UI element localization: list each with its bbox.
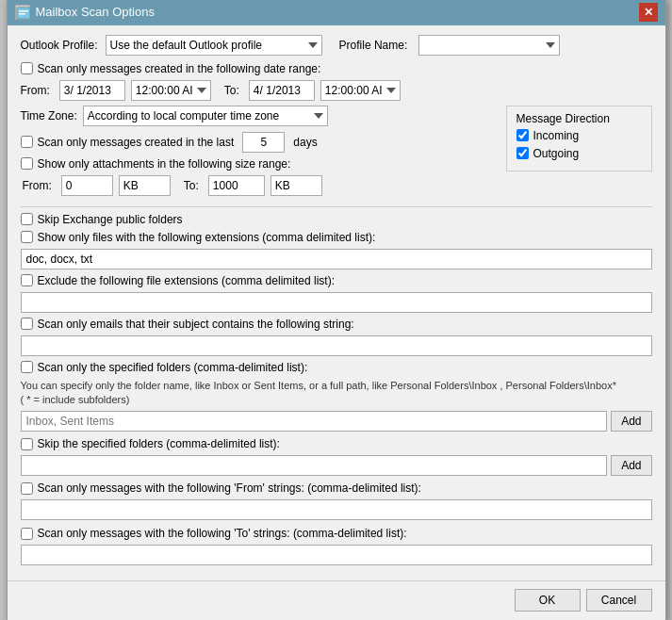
show-extensions-row: Show only files with the following exten… <box>21 231 652 244</box>
size-from-input[interactable] <box>61 175 113 196</box>
message-direction-title: Message Direction <box>516 112 642 125</box>
scan-from-section: Scan only messages with the following 'F… <box>21 481 652 525</box>
window-icon <box>15 5 30 20</box>
scan-last-label[interactable]: Scan only messages created in the last <box>38 136 235 149</box>
size-from-to-row: From: KB To: KB <box>23 175 497 196</box>
scan-from-row: Scan only messages with the following 'F… <box>21 481 652 495</box>
days-label: days <box>293 136 317 149</box>
scan-folders-input-row: Add <box>21 411 652 432</box>
scan-subject-row: Scan only emails that their subject cont… <box>21 318 652 331</box>
skip-exchange-label[interactable]: Skip Exchange public folders <box>38 213 183 226</box>
scan-from-input[interactable] <box>21 499 652 520</box>
to-date-label: To: <box>224 84 239 97</box>
incoming-label[interactable]: Incoming <box>533 129 580 142</box>
outgoing-label[interactable]: Outgoing <box>533 147 580 160</box>
scan-last-row: Scan only messages created in the last d… <box>21 132 497 153</box>
to-date-input[interactable]: 4/ 1/2013 <box>249 80 315 101</box>
scan-date-range-checkbox[interactable] <box>21 62 33 74</box>
timezone-row: Time Zone: According to local computer t… <box>21 106 497 126</box>
scan-from-label[interactable]: Scan only messages with the following 'F… <box>38 481 421 495</box>
scan-last-checkbox[interactable] <box>21 136 33 148</box>
size-to-input[interactable] <box>208 175 265 196</box>
scan-from-checkbox[interactable] <box>21 482 33 495</box>
show-attachments-label[interactable]: Show only attachments in the following s… <box>38 157 291 171</box>
svg-rect-2 <box>19 13 25 15</box>
skip-folders-input-row: Add <box>21 455 652 476</box>
skip-folders-input[interactable] <box>21 455 608 476</box>
show-extensions-checkbox[interactable] <box>21 231 33 243</box>
exclude-extensions-checkbox[interactable] <box>21 274 33 286</box>
scan-to-checkbox[interactable] <box>21 528 33 540</box>
left-column: Time Zone: According to local computer t… <box>21 106 497 201</box>
scan-folders-checkbox[interactable] <box>21 361 33 373</box>
scan-subject-input[interactable] <box>21 335 652 356</box>
show-extensions-input[interactable] <box>21 249 652 269</box>
incoming-checkbox[interactable] <box>516 129 529 141</box>
outgoing-checkbox[interactable] <box>516 147 529 159</box>
show-attachments-checkbox[interactable] <box>21 157 33 170</box>
scan-to-label[interactable]: Scan only messages with the following 'T… <box>38 527 407 540</box>
exclude-extensions-label[interactable]: Exclude the following file extensions (c… <box>38 274 335 287</box>
form-content: Outlook Profile: Use the default Outlook… <box>8 25 665 576</box>
skip-folders-checkbox[interactable] <box>21 438 33 450</box>
profile-name-label: Profile Name: <box>339 39 408 52</box>
outlook-profile-select[interactable]: Use the default Outlook profile <box>106 35 322 56</box>
main-window: Mailbox Scan Options ✕ Outlook Profile: … <box>7 0 666 620</box>
from-time-select[interactable]: 12:00:00 AI <box>131 80 211 101</box>
scan-to-input[interactable] <box>21 545 652 565</box>
size-to-label: To: <box>184 179 199 192</box>
skip-exchange-row: Skip Exchange public folders <box>21 213 652 226</box>
title-bar-left: Mailbox Scan Options <box>15 5 155 20</box>
close-button[interactable]: ✕ <box>639 3 658 22</box>
svg-rect-1 <box>19 10 28 12</box>
scan-to-row: Scan only messages with the following 'T… <box>21 527 652 540</box>
profile-name-select[interactable] <box>418 35 560 56</box>
bottom-bar: OK Cancel <box>8 580 665 620</box>
skip-exchange-checkbox[interactable] <box>21 213 33 225</box>
window-title: Mailbox Scan Options <box>36 5 155 19</box>
timezone-select[interactable]: According to local computer time zone <box>83 106 328 126</box>
scan-date-range-row: Scan only messages created in the follow… <box>21 62 652 75</box>
middle-section: Time Zone: According to local computer t… <box>21 106 652 201</box>
scan-folders-add-button[interactable]: Add <box>611 411 651 432</box>
scan-last-days-input[interactable] <box>242 132 285 153</box>
scan-folders-row: Scan only the specified folders (comma-d… <box>21 361 652 374</box>
skip-folders-row: Skip the specified folders (comma-delimi… <box>21 437 652 450</box>
from-date-input[interactable]: 3/ 1/2013 <box>59 80 125 101</box>
exclude-extensions-input[interactable] <box>21 292 652 313</box>
ok-button[interactable]: OK <box>515 589 581 612</box>
scan-subject-label[interactable]: Scan only emails that their subject cont… <box>38 318 354 331</box>
message-direction-box: Message Direction Incoming Outgoing <box>506 106 652 171</box>
message-direction-section: Message Direction Incoming Outgoing <box>506 106 652 171</box>
skip-folders-add-button[interactable]: Add <box>611 455 651 476</box>
show-extensions-label[interactable]: Show only files with the following exten… <box>38 231 376 244</box>
skip-folders-section: Skip the specified folders (comma-delimi… <box>21 437 652 476</box>
size-from-label: From: <box>23 179 52 192</box>
cancel-button[interactable]: Cancel <box>586 589 652 612</box>
scan-folders-help: You can specify only the folder name, li… <box>21 379 652 408</box>
skip-folders-label[interactable]: Skip the specified folders (comma-delimi… <box>38 437 280 450</box>
from-date-label: From: <box>21 84 50 97</box>
to-time-select[interactable]: 12:00:00 AI <box>320 80 401 101</box>
scan-to-section: Scan only messages with the following 'T… <box>21 527 652 565</box>
exclude-extensions-row: Exclude the following file extensions (c… <box>21 274 652 287</box>
scan-date-range-label[interactable]: Scan only messages created in the follow… <box>38 62 321 75</box>
outgoing-row: Outgoing <box>516 147 642 160</box>
date-from-to-row: From: 3/ 1/2013 12:00:00 AI To: 4/ 1/201… <box>21 80 652 101</box>
show-attachments-row: Show only attachments in the following s… <box>21 157 497 171</box>
incoming-row: Incoming <box>516 129 642 142</box>
outlook-profile-row: Outlook Profile: Use the default Outlook… <box>21 35 652 56</box>
timezone-label: Time Zone: <box>21 109 77 122</box>
scan-folders-label[interactable]: Scan only the specified folders (comma-d… <box>38 361 308 374</box>
size-to-unit-select[interactable]: KB <box>270 175 322 196</box>
scan-subject-checkbox[interactable] <box>21 318 33 330</box>
scan-folders-input[interactable] <box>21 411 608 432</box>
outlook-profile-label: Outlook Profile: <box>21 39 98 52</box>
title-bar: Mailbox Scan Options ✕ <box>8 0 665 25</box>
size-from-unit-select[interactable]: KB <box>119 175 171 196</box>
